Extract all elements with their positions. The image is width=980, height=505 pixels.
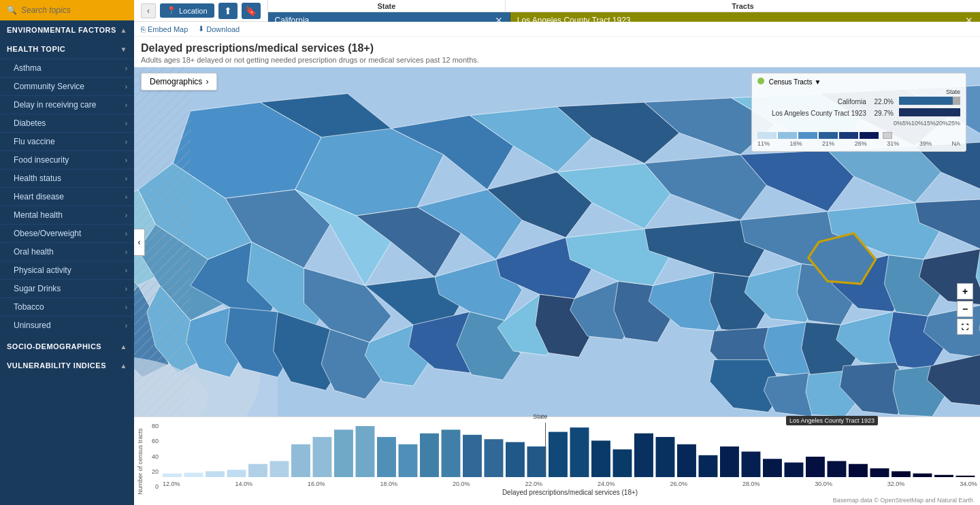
state-marker: State <box>545 423 546 472</box>
sidebar-item-obese-overweight[interactable]: Obese/Overweight › <box>0 224 134 242</box>
search-box[interactable]: 🔍 <box>0 0 134 20</box>
svg-rect-125 <box>956 476 975 477</box>
sidebar-item-tobacco[interactable]: Tobacco › <box>0 297 134 316</box>
state-marker-label: State <box>533 413 547 420</box>
toolbar-left: ‹ 📍 Location ⬆ 🔖 <box>134 0 268 21</box>
svg-rect-104 <box>506 442 525 477</box>
state-column-label: State <box>757 88 960 95</box>
map-title-area: Delayed prescriptions/medical services (… <box>134 37 980 67</box>
back-button[interactable]: ‹ <box>141 3 156 18</box>
health-topic-items: Asthma › Community Service › Delay in re… <box>0 59 134 334</box>
sidebar-section-vulnerability[interactable]: VULNERABILITY INDICES ▲ <box>0 356 134 375</box>
download-link[interactable]: ⬇ Download <box>198 25 240 33</box>
svg-rect-110 <box>634 434 653 477</box>
embed-icon: ⎘ <box>141 25 146 33</box>
svg-rect-108 <box>591 440 610 477</box>
sidebar-item-delay-receiving-care[interactable]: Delay in receiving care › <box>0 95 134 114</box>
svg-rect-114 <box>720 446 739 477</box>
sidebar-item-food-insecurity[interactable]: Food insecurity › <box>0 150 134 169</box>
tobacco-arrow: › <box>125 304 127 311</box>
environmental-label: ENVIRONMENTAL FACTORS <box>7 26 116 34</box>
legend-color-6 <box>860 132 879 139</box>
color-scale-row <box>757 132 960 139</box>
svg-rect-98 <box>377 437 396 477</box>
svg-rect-124 <box>934 475 953 477</box>
upload-button[interactable]: ⬆ <box>218 3 238 19</box>
health-topic-chevron: ▼ <box>120 46 127 53</box>
map-legend: Census Tracts ▼ State California 22.0% <box>751 73 966 152</box>
svg-rect-111 <box>656 437 675 477</box>
ca-value: 22.0% <box>872 98 894 105</box>
uninsured-arrow: › <box>125 322 127 329</box>
svg-rect-113 <box>699 455 718 477</box>
svg-rect-95 <box>313 437 332 477</box>
svg-rect-122 <box>892 471 911 477</box>
vulnerability-chevron: ▲ <box>120 362 127 370</box>
compare-tract: Los Angeles County Tract 1923 29.7% <box>757 108 960 118</box>
vulnerability-label: VULNERABILITY INDICES <box>7 361 106 370</box>
tract-bar <box>899 108 960 116</box>
zoom-in-button[interactable]: + <box>957 283 973 299</box>
svg-rect-100 <box>420 434 439 477</box>
location-button[interactable]: 📍 Location <box>160 3 214 18</box>
state-column-header: State <box>268 0 506 12</box>
histogram-y-axis: 80 60 40 20 0 <box>146 417 160 505</box>
svg-rect-94 <box>291 444 310 477</box>
histogram-inner: Number of census tracts 80 60 40 20 0 St… <box>134 417 980 505</box>
sidebar-item-heart-disease[interactable]: Heart disease › <box>0 187 134 206</box>
map-zoom-controls: + − ⛶ <box>957 283 973 335</box>
zoom-out-button[interactable]: − <box>957 301 973 317</box>
sidebar-item-physical-activity[interactable]: Physical activity › <box>0 261 134 279</box>
sidebar-item-oral-health[interactable]: Oral health › <box>0 242 134 261</box>
food-arrow: › <box>125 157 127 164</box>
sidebar-item-mental-health[interactable]: Mental health › <box>0 206 134 224</box>
sidebar-item-asthma[interactable]: Asthma › <box>0 59 134 77</box>
state-remove-button[interactable]: ✕ <box>495 15 503 26</box>
sidebar-section-health-topic[interactable]: HEALTH TOPIC ▼ <box>0 39 134 59</box>
health-topic-label: HEALTH TOPIC <box>7 45 65 53</box>
sidebar-item-health-status[interactable]: Health status › <box>0 169 134 187</box>
main-content: ‹ 📍 Location ⬆ 🔖 State Tracts California… <box>134 0 980 505</box>
compare-section: State California 22.0% <box>757 88 960 127</box>
svg-rect-109 <box>613 449 632 477</box>
heart-arrow: › <box>125 193 127 201</box>
tracts-column-header: Tracts <box>506 0 980 12</box>
search-input[interactable] <box>21 5 127 15</box>
legend-axis-labels: 0% 5% 10% 15% 20% 25% <box>894 120 960 127</box>
map-container[interactable]: ‹ <box>134 67 980 417</box>
geo-header-row: State Tracts <box>268 0 980 12</box>
environmental-chevron: ▲ <box>120 27 127 34</box>
community-service-arrow: › <box>125 83 127 91</box>
sidebar-item-community-service[interactable]: Community Service › <box>0 77 134 95</box>
flu-arrow: › <box>125 138 127 146</box>
demographics-button[interactable]: Demographics › <box>141 73 217 91</box>
bookmark-button[interactable]: 🔖 <box>242 3 261 19</box>
sidebar-item-uninsured[interactable]: Uninsured › <box>0 316 134 334</box>
sidebar-item-sugar-drinks[interactable]: Sugar Drinks › <box>0 279 134 297</box>
svg-rect-103 <box>485 439 504 477</box>
legend-dropdown-icon[interactable]: ▼ <box>814 78 821 86</box>
svg-rect-119 <box>828 461 847 477</box>
svg-rect-96 <box>334 429 353 477</box>
embed-map-link[interactable]: ⎘ Embed Map <box>141 25 188 33</box>
socio-demo-label: SOCIO-DEMOGRAPHICS <box>7 342 101 351</box>
legend-pct-labels: 11% 16% 21% 26% 31% 39% NA <box>757 140 960 147</box>
location-icon: 📍 <box>167 6 176 15</box>
svg-rect-107 <box>570 427 589 477</box>
basemap-credit: Basemap data © OpenStreetMap and Natural… <box>833 497 973 504</box>
histogram-svg <box>163 423 977 477</box>
search-icon: 🔍 <box>7 5 17 15</box>
sidebar-item-diabetes[interactable]: Diabetes › <box>0 114 134 132</box>
map-collapse-button[interactable]: ‹ <box>134 229 145 256</box>
ca-bar-container <box>899 97 960 106</box>
histogram-x-title: Delayed prescriptions/medical services (… <box>163 489 977 496</box>
sidebar-item-flu-vaccine[interactable]: Flu vaccine › <box>0 132 134 150</box>
svg-rect-92 <box>248 464 267 477</box>
oral-arrow: › <box>125 248 127 256</box>
sidebar-section-environmental[interactable]: ENVIRONMENTAL FACTORS ▲ <box>0 20 134 39</box>
tract-remove-button[interactable]: ✕ <box>965 15 973 26</box>
zoom-fit-button[interactable]: ⛶ <box>957 319 973 335</box>
svg-rect-99 <box>399 444 418 477</box>
histogram-y-label: Number of census tracts <box>137 428 144 495</box>
sidebar-section-socio-demo[interactable]: SOCIO-DEMOGRAPHICS ▲ <box>0 337 134 356</box>
